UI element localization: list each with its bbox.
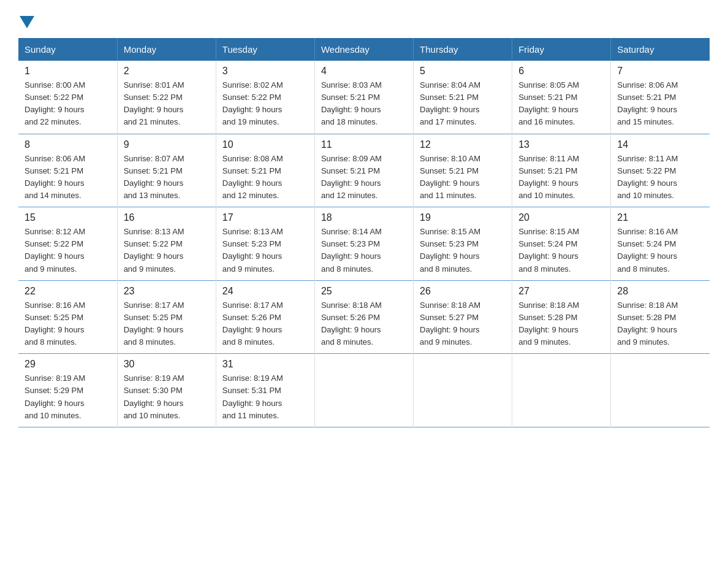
day-number: 8 [25, 139, 111, 150]
week-row-3: 15 Sunrise: 8:12 AMSunset: 5:22 PMDaylig… [18, 207, 710, 281]
week-row-4: 22 Sunrise: 8:16 AMSunset: 5:25 PMDaylig… [18, 280, 710, 354]
calendar-cell: 22 Sunrise: 8:16 AMSunset: 5:25 PMDaylig… [18, 280, 117, 354]
calendar-cell: 4 Sunrise: 8:03 AMSunset: 5:21 PMDayligh… [314, 61, 413, 134]
header-thursday: Thursday [414, 38, 512, 61]
calendar-cell: 31 Sunrise: 8:19 AMSunset: 5:31 PMDaylig… [216, 354, 314, 427]
calendar-cell: 28 Sunrise: 8:18 AMSunset: 5:28 PMDaylig… [611, 280, 710, 354]
day-info: Sunrise: 8:01 AMSunset: 5:22 PMDaylight:… [124, 80, 184, 126]
day-number: 24 [222, 286, 308, 297]
calendar-cell: 1 Sunrise: 8:00 AMSunset: 5:22 PMDayligh… [18, 61, 117, 134]
day-number: 22 [25, 286, 111, 297]
day-info: Sunrise: 8:16 AMSunset: 5:25 PMDaylight:… [25, 301, 85, 347]
calendar-cell: 29 Sunrise: 8:19 AMSunset: 5:29 PMDaylig… [18, 354, 117, 427]
day-number: 29 [25, 359, 111, 370]
day-info: Sunrise: 8:09 AMSunset: 5:21 PMDaylight:… [321, 154, 382, 200]
calendar-cell: 18 Sunrise: 8:14 AMSunset: 5:23 PMDaylig… [314, 207, 413, 281]
header-friday: Friday [512, 38, 611, 61]
day-info: Sunrise: 8:19 AMSunset: 5:29 PMDaylight:… [25, 373, 85, 419]
calendar-cell: 14 Sunrise: 8:11 AMSunset: 5:22 PMDaylig… [611, 134, 710, 207]
calendar-cell: 8 Sunrise: 8:06 AMSunset: 5:21 PMDayligh… [18, 134, 117, 207]
logo [18, 12, 34, 26]
day-info: Sunrise: 8:18 AMSunset: 5:27 PMDaylight:… [420, 301, 480, 347]
calendar-cell: 7 Sunrise: 8:06 AMSunset: 5:21 PMDayligh… [611, 61, 710, 134]
calendar-cell: 6 Sunrise: 8:05 AMSunset: 5:21 PMDayligh… [512, 61, 611, 134]
day-number: 1 [25, 66, 111, 77]
header-saturday: Saturday [611, 38, 710, 61]
calendar-table: SundayMondayTuesdayWednesdayThursdayFrid… [18, 38, 710, 427]
day-number: 16 [124, 212, 210, 223]
day-info: Sunrise: 8:11 AMSunset: 5:22 PMDaylight:… [617, 154, 678, 200]
day-info: Sunrise: 8:07 AMSunset: 5:21 PMDaylight:… [124, 154, 184, 200]
header-wednesday: Wednesday [314, 38, 413, 61]
day-info: Sunrise: 8:06 AMSunset: 5:21 PMDaylight:… [617, 80, 678, 126]
day-number: 13 [518, 139, 604, 150]
day-number: 7 [617, 66, 703, 77]
day-number: 11 [321, 139, 407, 150]
logo-triangle-icon [20, 16, 34, 28]
day-number: 15 [25, 212, 111, 223]
calendar-cell: 21 Sunrise: 8:16 AMSunset: 5:24 PMDaylig… [611, 207, 710, 281]
day-info: Sunrise: 8:13 AMSunset: 5:23 PMDaylight:… [222, 227, 283, 273]
day-number: 27 [518, 286, 604, 297]
day-number: 19 [420, 212, 506, 223]
day-info: Sunrise: 8:04 AMSunset: 5:21 PMDaylight:… [420, 80, 480, 126]
day-number: 4 [321, 66, 407, 77]
day-info: Sunrise: 8:05 AMSunset: 5:21 PMDaylight:… [518, 80, 579, 126]
day-number: 28 [617, 286, 703, 297]
calendar-cell: 10 Sunrise: 8:08 AMSunset: 5:21 PMDaylig… [216, 134, 314, 207]
calendar-cell: 25 Sunrise: 8:18 AMSunset: 5:26 PMDaylig… [314, 280, 413, 354]
calendar-cell: 9 Sunrise: 8:07 AMSunset: 5:21 PMDayligh… [117, 134, 216, 207]
calendar-cell: 15 Sunrise: 8:12 AMSunset: 5:22 PMDaylig… [18, 207, 117, 281]
day-info: Sunrise: 8:10 AMSunset: 5:21 PMDaylight:… [420, 154, 480, 200]
header-tuesday: Tuesday [216, 38, 314, 61]
calendar-cell: 13 Sunrise: 8:11 AMSunset: 5:21 PMDaylig… [512, 134, 611, 207]
day-number: 5 [420, 66, 506, 77]
calendar-cell: 12 Sunrise: 8:10 AMSunset: 5:21 PMDaylig… [414, 134, 512, 207]
calendar-cell: 27 Sunrise: 8:18 AMSunset: 5:28 PMDaylig… [512, 280, 611, 354]
day-info: Sunrise: 8:19 AMSunset: 5:30 PMDaylight:… [124, 373, 184, 419]
calendar-cell: 16 Sunrise: 8:13 AMSunset: 5:22 PMDaylig… [117, 207, 216, 281]
calendar-cell: 20 Sunrise: 8:15 AMSunset: 5:24 PMDaylig… [512, 207, 611, 281]
calendar-cell: 23 Sunrise: 8:17 AMSunset: 5:25 PMDaylig… [117, 280, 216, 354]
calendar-cell: 5 Sunrise: 8:04 AMSunset: 5:21 PMDayligh… [414, 61, 512, 134]
day-info: Sunrise: 8:17 AMSunset: 5:26 PMDaylight:… [222, 301, 283, 347]
calendar-cell: 26 Sunrise: 8:18 AMSunset: 5:27 PMDaylig… [414, 280, 512, 354]
day-number: 20 [518, 212, 604, 223]
calendar-cell [611, 354, 710, 427]
day-number: 10 [222, 139, 308, 150]
day-info: Sunrise: 8:18 AMSunset: 5:26 PMDaylight:… [321, 301, 382, 347]
page-header [18, 12, 710, 26]
week-row-1: 1 Sunrise: 8:00 AMSunset: 5:22 PMDayligh… [18, 61, 710, 134]
calendar-cell: 30 Sunrise: 8:19 AMSunset: 5:30 PMDaylig… [117, 354, 216, 427]
calendar-cell: 3 Sunrise: 8:02 AMSunset: 5:22 PMDayligh… [216, 61, 314, 134]
day-info: Sunrise: 8:18 AMSunset: 5:28 PMDaylight:… [518, 301, 579, 347]
day-number: 2 [124, 66, 210, 77]
calendar-cell [314, 354, 413, 427]
day-info: Sunrise: 8:02 AMSunset: 5:22 PMDaylight:… [222, 80, 283, 126]
calendar-cell [512, 354, 611, 427]
day-info: Sunrise: 8:17 AMSunset: 5:25 PMDaylight:… [124, 301, 184, 347]
header-sunday: Sunday [18, 38, 117, 61]
day-info: Sunrise: 8:14 AMSunset: 5:23 PMDaylight:… [321, 227, 382, 273]
day-number: 12 [420, 139, 506, 150]
week-row-5: 29 Sunrise: 8:19 AMSunset: 5:29 PMDaylig… [18, 354, 710, 427]
day-info: Sunrise: 8:15 AMSunset: 5:23 PMDaylight:… [420, 227, 480, 273]
day-number: 18 [321, 212, 407, 223]
calendar-cell: 17 Sunrise: 8:13 AMSunset: 5:23 PMDaylig… [216, 207, 314, 281]
week-row-2: 8 Sunrise: 8:06 AMSunset: 5:21 PMDayligh… [18, 134, 710, 207]
header-monday: Monday [117, 38, 216, 61]
day-number: 3 [222, 66, 308, 77]
calendar-cell: 2 Sunrise: 8:01 AMSunset: 5:22 PMDayligh… [117, 61, 216, 134]
day-number: 9 [124, 139, 210, 150]
day-number: 21 [617, 212, 703, 223]
calendar-cell: 11 Sunrise: 8:09 AMSunset: 5:21 PMDaylig… [314, 134, 413, 207]
day-info: Sunrise: 8:11 AMSunset: 5:21 PMDaylight:… [518, 154, 579, 200]
day-info: Sunrise: 8:18 AMSunset: 5:28 PMDaylight:… [617, 301, 678, 347]
day-info: Sunrise: 8:12 AMSunset: 5:22 PMDaylight:… [25, 227, 85, 273]
day-number: 6 [518, 66, 604, 77]
day-number: 25 [321, 286, 407, 297]
day-info: Sunrise: 8:03 AMSunset: 5:21 PMDaylight:… [321, 80, 382, 126]
day-number: 17 [222, 212, 308, 223]
day-info: Sunrise: 8:00 AMSunset: 5:22 PMDaylight:… [25, 80, 85, 126]
day-info: Sunrise: 8:08 AMSunset: 5:21 PMDaylight:… [222, 154, 283, 200]
